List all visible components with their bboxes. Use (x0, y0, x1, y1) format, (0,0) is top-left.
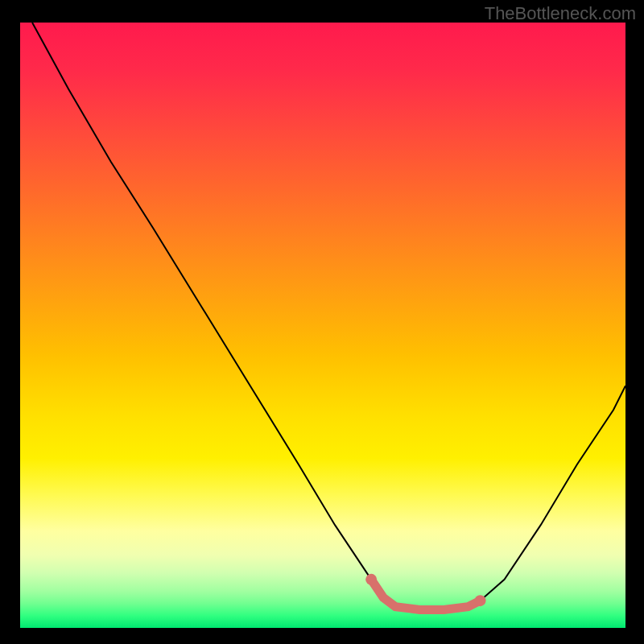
highlight-dot-end (475, 595, 486, 606)
highlight-dot-start (365, 574, 377, 585)
bottleneck-curve-path (32, 23, 625, 609)
curve-svg (20, 23, 625, 628)
highlight-zone-path (371, 580, 480, 610)
chart-plot-area (20, 23, 625, 628)
watermark-text: TheBottleneck.com (485, 3, 636, 24)
